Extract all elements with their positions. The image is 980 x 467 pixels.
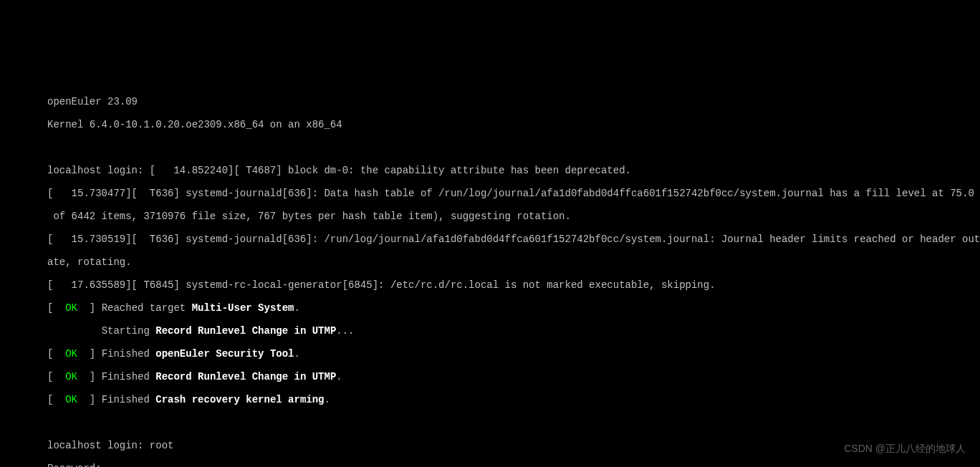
boot-msg: ate, rotating. xyxy=(47,256,980,268)
boot-msg: of 6442 items, 3710976 file size, 767 by… xyxy=(47,211,980,222)
os-name: openEuler 23.09 xyxy=(47,96,980,107)
boot-msg: [ 15.730477][ T636] systemd-journald[636… xyxy=(47,188,980,199)
ok-label: OK xyxy=(65,371,77,382)
watermark: CSDN @正儿八经的地球人 xyxy=(844,443,966,454)
boot-status: [ OK ] Finished openEuler Security Tool. xyxy=(47,348,980,360)
password-prompt: Password: xyxy=(47,463,980,467)
login-line: localhost login: root xyxy=(47,440,980,451)
ok-label: OK xyxy=(65,302,77,314)
boot-status: [ OK ] Reached target Multi-User System. xyxy=(47,302,980,314)
kernel-info: Kernel 6.4.0-10.1.0.20.oe2309.x86_64 on … xyxy=(47,119,980,130)
boot-status: [ OK ] Finished Crash recovery kernel ar… xyxy=(47,394,980,405)
login-user: root xyxy=(150,440,174,451)
boot-msg: [ 17.635589][ T6845] systemd-rc-local-ge… xyxy=(47,279,980,291)
ok-label: OK xyxy=(65,348,77,360)
boot-status: [ OK ] Finished Record Runlevel Change i… xyxy=(47,371,980,382)
terminal-output: openEuler 23.09 Kernel 6.4.0-10.1.0.20.o… xyxy=(47,85,980,467)
boot-status: Starting Record Runlevel Change in UTMP.… xyxy=(47,325,980,337)
boot-msg: localhost login: [ 14.852240][ T4687] bl… xyxy=(47,165,980,176)
ok-label: OK xyxy=(65,394,77,405)
boot-msg: [ 15.730519][ T636] systemd-journald[636… xyxy=(47,234,980,245)
